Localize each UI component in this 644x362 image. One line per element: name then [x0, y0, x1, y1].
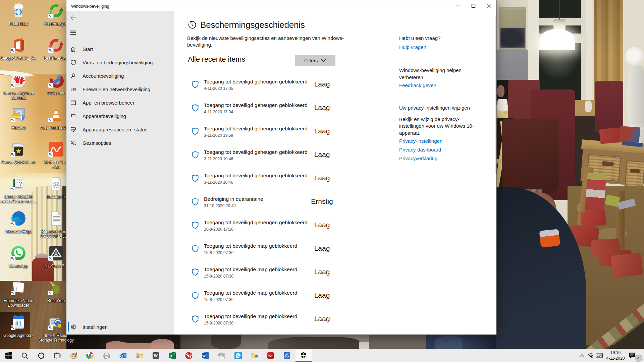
svg-text:?: ? [19, 181, 22, 187]
svg-text:PDF: PDF [268, 354, 273, 357]
svg-text:W: W [202, 354, 206, 358]
svg-text:W: W [154, 353, 158, 358]
svg-text:31: 31 [15, 320, 22, 327]
svg-text:X: X [170, 354, 172, 358]
svg-text:O: O [120, 354, 123, 359]
